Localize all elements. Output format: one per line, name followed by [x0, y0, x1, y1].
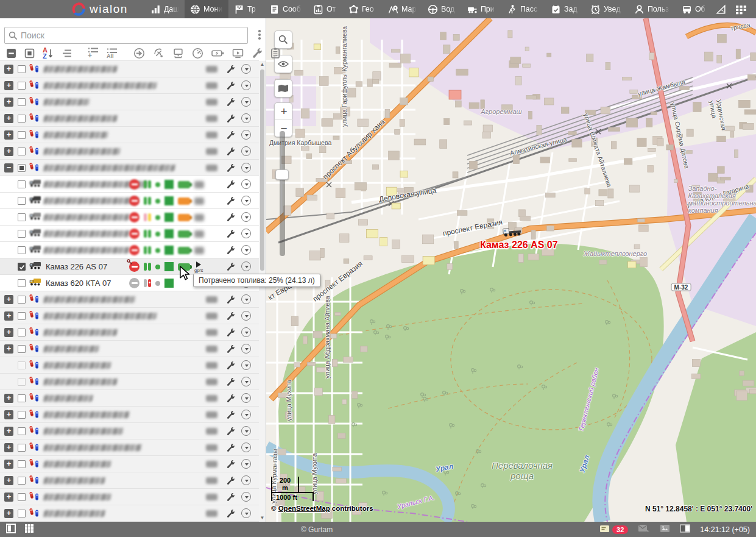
collapse-all-icon[interactable]: [6, 48, 16, 59]
row-properties-button[interactable]: [226, 443, 235, 455]
unit-row[interactable]: [0, 209, 260, 226]
row-actions-dropdown[interactable]: [241, 360, 251, 370]
row-actions-dropdown[interactable]: [241, 229, 251, 238]
unit-group-row[interactable]: +: [0, 472, 260, 489]
expand-group-button[interactable]: +: [4, 394, 13, 403]
row-properties-button[interactable]: [226, 114, 235, 126]
row-properties-button[interactable]: [226, 344, 235, 356]
unit-group-row[interactable]: −: [0, 160, 260, 176]
row-checkbox[interactable]: [18, 213, 26, 221]
apps-grid-icon[interactable]: [735, 4, 747, 15]
unit-group-row[interactable]: +: [0, 61, 260, 77]
row-actions-dropdown[interactable]: [241, 261, 251, 271]
media-icon[interactable]: [660, 524, 670, 535]
row-properties-button[interactable]: [226, 130, 235, 142]
row-actions-dropdown[interactable]: [241, 179, 251, 189]
nav-item-tracks[interactable]: Тр: [228, 0, 264, 18]
expand-group-button[interactable]: +: [4, 443, 13, 452]
unit-marker-label[interactable]: Камаз 226 AS 07: [480, 240, 558, 251]
row-checkbox[interactable]: [18, 230, 26, 238]
unit-group-row[interactable]: +: [0, 489, 260, 505]
unit-row[interactable]: [0, 226, 260, 242]
unit-group-row[interactable]: +: [0, 127, 260, 143]
row-checkbox[interactable]: [18, 312, 26, 320]
expand-group-button[interactable]: +: [4, 311, 13, 321]
measure-icon[interactable]: [715, 4, 727, 15]
unit-group-row[interactable]: [0, 374, 260, 390]
nav-item-units[interactable]: Об: [676, 0, 712, 18]
row-properties-button[interactable]: [226, 476, 235, 488]
row-checkbox[interactable]: [18, 460, 26, 468]
unit-group-row[interactable]: +: [0, 324, 260, 341]
row-checkbox[interactable]: [18, 148, 26, 155]
expand-group-button[interactable]: +: [4, 295, 13, 304]
unit-group-row[interactable]: +: [0, 94, 260, 110]
row-actions-dropdown[interactable]: [241, 113, 251, 123]
row-checkbox[interactable]: [18, 131, 26, 139]
mail-icon[interactable]: [638, 524, 650, 535]
row-properties-button[interactable]: [226, 328, 235, 340]
nav-item-monitoring[interactable]: Мони: [185, 0, 228, 18]
row-actions-dropdown[interactable]: [241, 311, 251, 321]
row-properties-button[interactable]: [226, 262, 235, 274]
row-properties-button[interactable]: [226, 147, 235, 158]
row-checkbox[interactable]: [18, 411, 26, 419]
row-checkbox[interactable]: [18, 197, 26, 205]
row-properties-button[interactable]: [226, 98, 235, 109]
row-checkbox[interactable]: [18, 427, 26, 435]
row-checkbox[interactable]: [18, 98, 26, 106]
row-properties-button[interactable]: [226, 213, 235, 224]
unit-marker-truck-icon[interactable]: [502, 225, 522, 238]
connection-icon[interactable]: [172, 48, 184, 59]
row-actions-dropdown[interactable]: [241, 146, 251, 156]
row-properties-button[interactable]: [226, 196, 235, 208]
row-checkbox[interactable]: [18, 82, 26, 90]
openstreetmap-link[interactable]: OpenStreetMap: [278, 505, 330, 512]
properties-wrench-icon[interactable]: [252, 48, 263, 59]
row-actions-dropdown[interactable]: [241, 459, 251, 469]
nav-item-users[interactable]: Польз: [629, 0, 676, 18]
row-checkbox[interactable]: [18, 378, 26, 386]
nav-item-notifications[interactable]: Увед: [585, 0, 629, 18]
row-actions-dropdown[interactable]: [241, 163, 251, 172]
row-checkbox[interactable]: [18, 361, 26, 369]
row-properties-button[interactable]: [226, 81, 235, 93]
row-checkbox[interactable]: [18, 164, 26, 172]
row-actions-dropdown[interactable]: [241, 410, 251, 419]
unit-group-row[interactable]: +: [0, 456, 260, 472]
battery-state-icon[interactable]: [211, 49, 224, 58]
expand-group-button[interactable]: +: [4, 509, 13, 518]
row-actions-dropdown[interactable]: [241, 492, 251, 502]
row-properties-button[interactable]: [226, 295, 235, 307]
nav-item-drivers[interactable]: Вод: [422, 0, 462, 18]
unit-list-scrollbar[interactable]: ▲ ▼: [259, 61, 266, 522]
expand-group-button[interactable]: +: [4, 410, 13, 419]
unit-group-row[interactable]: +: [0, 341, 260, 357]
row-actions-dropdown[interactable]: [241, 212, 251, 222]
expand-group-button[interactable]: +: [4, 344, 13, 354]
row-properties-button[interactable]: [226, 377, 235, 389]
scrollbar-thumb[interactable]: [260, 69, 264, 271]
row-actions-dropdown[interactable]: [241, 196, 251, 205]
collapse-group-button[interactable]: −: [4, 163, 13, 172]
row-checkbox[interactable]: [18, 329, 26, 336]
row-actions-dropdown[interactable]: [241, 443, 251, 452]
scroll-up-icon[interactable]: ▲: [259, 61, 266, 68]
row-properties-button[interactable]: [226, 65, 235, 76]
search-input[interactable]: [21, 28, 245, 43]
nav-item-dashboard[interactable]: Даш: [145, 0, 185, 18]
row-actions-dropdown[interactable]: [241, 475, 251, 485]
row-actions-dropdown[interactable]: [241, 377, 251, 386]
expand-group-button[interactable]: +: [4, 98, 13, 107]
video-icon[interactable]: [232, 48, 244, 59]
unit-row[interactable]: Камаз 226 AS 07gprs: [0, 258, 260, 275]
unit-group-row[interactable]: +: [0, 439, 260, 456]
row-actions-dropdown[interactable]: [241, 64, 251, 74]
layout-toggle-icon[interactable]: [680, 524, 690, 535]
expand-group-button[interactable]: +: [4, 130, 13, 140]
zoom-in-button[interactable]: +: [275, 103, 293, 120]
row-properties-button[interactable]: [226, 163, 235, 175]
messages-indicator[interactable]: 32: [599, 525, 628, 534]
row-checkbox[interactable]: [18, 296, 26, 304]
unit-group-row[interactable]: +: [0, 407, 260, 423]
